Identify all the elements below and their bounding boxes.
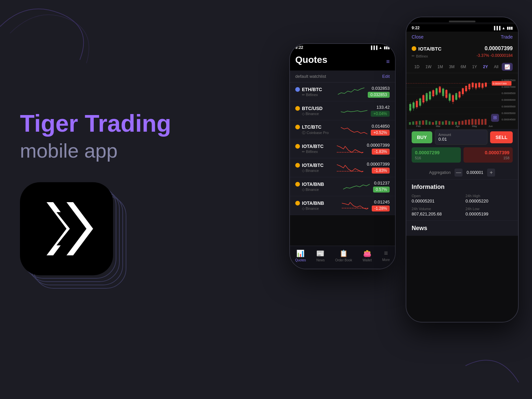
pair-coin-icon xyxy=(412,46,416,51)
period-6m[interactable]: 6M xyxy=(458,63,469,70)
quote-row-iota-bnb-2[interactable]: IOTA/BNB ◇ Binance 0.01245 -1.28% xyxy=(290,196,395,215)
pair-change: -3.37% -0.00000184 xyxy=(476,53,513,58)
svg-rect-37 xyxy=(439,87,441,93)
nav-wallet[interactable]: 👛 Wallet xyxy=(363,249,372,262)
close-button[interactable]: Close xyxy=(412,34,424,40)
watchlist-header: default watchlist Edit xyxy=(290,70,395,82)
svg-rect-29 xyxy=(426,93,428,101)
time-2: 9:22 xyxy=(412,26,420,30)
buy-sell-section: BUY Amount 0.01 SELL 0.00007299 516 0.00… xyxy=(406,126,518,166)
app-icon xyxy=(20,182,113,275)
news-icon: 📰 xyxy=(316,249,325,257)
exchange-label: ✏ Bitfinex xyxy=(302,93,334,97)
bid-qty: 516 xyxy=(415,156,458,160)
svg-rect-55 xyxy=(468,84,470,89)
orderbook-icon: 📋 xyxy=(339,249,348,257)
exchange-icon: ◇ xyxy=(302,169,305,173)
high-label: 24h High xyxy=(466,194,513,198)
period-2y[interactable]: 2Y xyxy=(480,63,491,70)
period-1y[interactable]: 1Y xyxy=(469,63,480,70)
pair-name: LTC/BTC xyxy=(295,124,337,130)
pair-name: ETH/BTC xyxy=(295,87,334,92)
svg-rect-95 xyxy=(484,119,486,125)
svg-rect-81 xyxy=(439,121,441,125)
app-title: Tiger Trading xyxy=(20,110,213,137)
svg-text:Mar: Mar xyxy=(436,125,441,128)
period-3m[interactable]: 3M xyxy=(446,63,457,70)
svg-rect-21 xyxy=(413,102,415,108)
pair-name: IOTA/BNB xyxy=(295,200,338,206)
svg-rect-61 xyxy=(478,83,480,87)
pair-exchange: ✏ Bitfinex xyxy=(412,54,428,58)
menu-icon[interactable]: ≡ xyxy=(386,58,390,65)
svg-rect-25 xyxy=(419,98,421,106)
ask-price: 0.00007399 xyxy=(467,150,509,155)
period-1w[interactable]: 1W xyxy=(423,63,434,70)
svg-text:Apr: Apr xyxy=(456,125,460,128)
quote-row-iota-btc-1[interactable]: IOTA/BTC ✏ Bitfinex 0.00007399 -1.83% xyxy=(290,139,395,158)
quote-pair-info: BTC/USD ◇ Binance xyxy=(295,106,337,116)
trading-header: Close Trade xyxy=(406,32,518,42)
change-badge: -1.83% xyxy=(372,149,390,155)
exchange-label: ✏ Bitfinex xyxy=(302,150,333,154)
nav-quotes[interactable]: 📊 Quotes xyxy=(295,249,306,262)
chart-type-button[interactable]: 📈 xyxy=(502,63,513,71)
svg-text:0.00007399: 0.00007399 xyxy=(493,82,507,85)
wallet-icon: 👛 xyxy=(363,249,371,257)
status-icons-1: ▐▐▐ ▲ ▮▮▮ xyxy=(370,46,390,50)
pair-exchange-row: ✏ Bitfinex -3.37% -0.00000184 xyxy=(412,53,513,58)
svg-rect-72 xyxy=(409,122,411,125)
svg-rect-84 xyxy=(448,121,450,125)
change-badge: -1.28% xyxy=(372,205,390,211)
coin-icon-ltc xyxy=(295,125,300,129)
coin-icon-eth xyxy=(295,87,300,92)
svg-rect-35 xyxy=(436,88,438,95)
aggregation-label: Aggregation xyxy=(429,170,451,175)
aggregation-value: 0.000001 xyxy=(466,170,483,175)
period-1d[interactable]: 1D xyxy=(412,63,422,70)
buy-button[interactable]: BUY xyxy=(412,131,432,143)
svg-rect-74 xyxy=(416,121,418,125)
edit-button[interactable]: Edit xyxy=(382,74,390,79)
quote-row-ltc-btc[interactable]: LTC/BTC Ⓒ Coinbase Pro 0.014850 +0.52% xyxy=(290,120,395,139)
ask-box[interactable]: 0.00007399 158 xyxy=(464,147,513,163)
svg-text:Jun: Jun xyxy=(488,125,493,128)
high-info: 24h High 0.00005220 xyxy=(466,194,513,203)
svg-rect-31 xyxy=(429,91,431,99)
wifi-icon-2: ▲ xyxy=(502,26,505,30)
quote-row-iota-btc-2[interactable]: IOTA/BTC ◇ Binance 0.00007399 -1.83% xyxy=(290,158,395,177)
news-section: News xyxy=(406,220,518,236)
candlestick-chart: 0.00007500 0.00007000 0.00006500 0.00006… xyxy=(406,73,518,126)
svg-rect-51 xyxy=(462,88,464,94)
price-value: 133.42 xyxy=(371,105,390,110)
trade-button[interactable]: Trade xyxy=(501,34,513,40)
nav-news[interactable]: 📰 News xyxy=(316,249,325,262)
svg-rect-49 xyxy=(459,91,461,97)
exchange-icon: Ⓒ xyxy=(302,130,306,135)
exchange-icon: ◇ xyxy=(302,206,305,211)
pair-row: IOTA/BTC 0.00007399 xyxy=(412,46,513,52)
time-1: 9:22 xyxy=(295,45,303,50)
period-1m[interactable]: 1M xyxy=(435,63,446,70)
bid-box[interactable]: 0.00007299 516 xyxy=(412,147,461,163)
quote-row-iota-bnb-1[interactable]: IOTA/BNB ◇ Binance 0.01237 0.57% xyxy=(290,177,395,196)
amount-input[interactable]: Amount 0.01 xyxy=(435,130,488,145)
aggregation-plus-button[interactable]: + xyxy=(487,169,495,177)
period-all[interactable]: All xyxy=(491,63,501,70)
nav-orderbook[interactable]: 📋 Order Book xyxy=(335,249,352,262)
aggregation-minus-button[interactable]: — xyxy=(455,169,463,177)
sell-button[interactable]: SELL xyxy=(490,131,513,143)
svg-rect-83 xyxy=(445,120,447,125)
change-badge: -1.83% xyxy=(372,168,390,174)
sparkline-iota-bnb1 xyxy=(343,181,370,193)
status-bar-1: 9:22 ▐▐▐ ▲ ▮▮▮ xyxy=(290,44,395,51)
news-title: News xyxy=(412,225,513,232)
pair-name: BTC/USD xyxy=(295,106,337,111)
nav-more[interactable]: ≡ More xyxy=(382,249,390,262)
quote-price-right: 0.032853 0.032853 xyxy=(368,86,390,98)
svg-text:0.00005000: 0.00005000 xyxy=(502,112,516,115)
quotes-header: Quotes ≡ xyxy=(290,51,395,70)
quote-row-eth-btc[interactable]: ETH/BTC ✏ Bitfinex 0.032853 0.032853 xyxy=(290,82,395,101)
low-value: 0.00005199 xyxy=(466,211,513,216)
quote-row-btc-usd[interactable]: BTC/USD ◇ Binance 133.42 +0.04% xyxy=(290,101,395,120)
